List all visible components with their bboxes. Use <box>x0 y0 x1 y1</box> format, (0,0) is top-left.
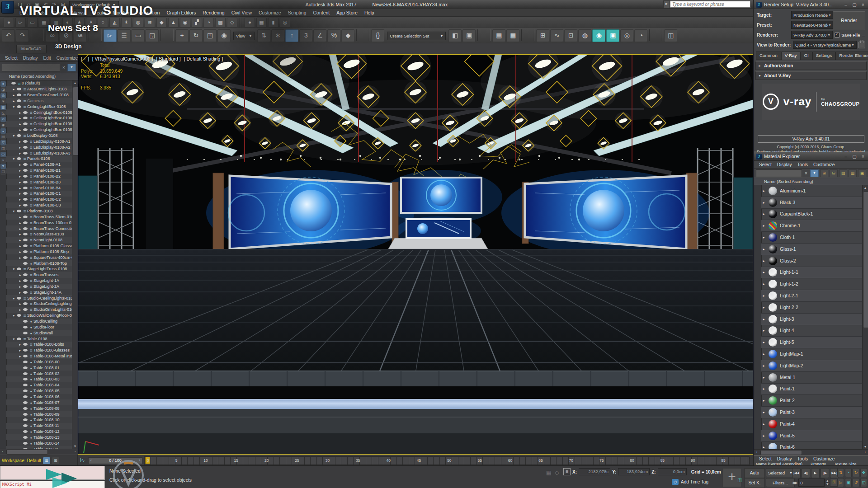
percent-snap-icon[interactable]: % <box>327 29 340 42</box>
visibility-eye-icon[interactable] <box>17 267 21 270</box>
expand-arrow-icon[interactable]: ► <box>762 236 766 239</box>
visibility-eye-icon[interactable] <box>23 395 28 398</box>
toolbar-icon[interactable]: ○ <box>98 18 108 28</box>
scrollbar-thumb[interactable] <box>863 192 868 328</box>
scene-explorer-row[interactable]: Table-0108-14 <box>6 440 72 446</box>
scene-explorer-row[interactable]: LedDisplay-0108-A3 <box>6 150 72 156</box>
show-maps-icon[interactable]: ▥ <box>849 169 857 177</box>
scene-explorer-row[interactable]: Panels-0108 <box>6 156 72 162</box>
visibility-eye-icon[interactable] <box>17 94 21 96</box>
material-column-header[interactable]: Name (Sorted Ascending) <box>754 178 868 185</box>
render-iterative-icon[interactable]: ◔ <box>634 29 647 42</box>
toolbar-icon[interactable]: ◉ <box>180 18 190 28</box>
toolbar-icon[interactable]: ▻ <box>15 18 26 28</box>
expand-arrow-icon[interactable]: ► <box>762 399 766 402</box>
scene-explorer-row[interactable]: BeamTruss-50cm-0108 <box>6 214 72 220</box>
authorization-rollout[interactable]: ►Authorization <box>755 61 867 70</box>
expand-arrow-icon[interactable] <box>18 174 22 178</box>
maximize-icon[interactable]: ▢ <box>851 2 858 7</box>
angle-snap-icon[interactable]: ∠ <box>313 29 326 42</box>
visibility-eye-icon[interactable] <box>23 204 28 206</box>
display-filter-icon[interactable]: × <box>0 158 6 163</box>
expand-arrow-icon[interactable] <box>12 104 16 109</box>
scale-icon[interactable]: ◰ <box>203 29 217 42</box>
select-by-name-icon[interactable]: ☰ <box>118 29 131 42</box>
display-filter-icon[interactable]: ▤ <box>0 134 6 140</box>
scene-explorer-row[interactable]: Table-0108-00 <box>6 359 72 365</box>
scene-explorer-row[interactable]: Table-0108-10 <box>6 417 72 423</box>
maxscript-listener-line[interactable]: MAXScript Mi <box>0 481 105 488</box>
visibility-eye-icon[interactable] <box>23 250 28 253</box>
scene-explorer-row[interactable]: BeamTrussPanel-0108 <box>6 92 72 98</box>
scene-explorer-menu-item[interactable]: Display <box>21 56 40 61</box>
expand-arrow-icon[interactable]: ► <box>762 387 766 390</box>
toolbar-icon[interactable]: ◇ <box>227 18 237 28</box>
placement-icon[interactable]: ◉ <box>217 29 231 42</box>
expand-arrow-icon[interactable] <box>18 255 22 260</box>
visibility-eye-icon[interactable] <box>23 372 28 375</box>
spinner-snap-icon[interactable]: ◆ <box>341 29 354 42</box>
scene-explorer-row[interactable]: Cameras <box>6 98 72 104</box>
expand-arrow-icon[interactable] <box>18 342 22 347</box>
view-to-render-dropdown[interactable]: Quad 4 - VRayPhysicalCamera-001▼ <box>793 41 857 49</box>
material-row[interactable]: ► Paint-1 <box>761 384 862 395</box>
visibility-eye-icon[interactable] <box>23 181 28 183</box>
visibility-eye-icon[interactable] <box>23 169 28 172</box>
display-filter-icon[interactable]: ◺ <box>0 111 6 116</box>
bottom-panel-menu-item[interactable]: Display <box>775 456 794 461</box>
filter-funnel-icon[interactable]: ▼ <box>67 64 76 71</box>
expand-arrow-icon[interactable] <box>18 290 22 295</box>
workspace-grid-icon[interactable]: ▦ <box>256 18 267 28</box>
view-flat-icon[interactable]: ⊟ <box>830 169 838 177</box>
expand-arrow-icon[interactable] <box>12 209 16 213</box>
selection-set-key-dropdown[interactable]: Selected▼ <box>766 468 795 477</box>
expand-arrow-icon[interactable] <box>18 203 22 207</box>
expand-arrow-icon[interactable] <box>18 186 22 190</box>
ab-compare-icon[interactable]: ◫ <box>664 29 677 42</box>
visibility-eye-icon[interactable] <box>23 378 28 380</box>
visibility-eye-icon[interactable] <box>23 140 28 143</box>
search-go-icon[interactable]: ► <box>663 0 670 8</box>
expand-arrow-icon[interactable] <box>18 127 22 132</box>
visibility-eye-icon[interactable] <box>23 436 28 439</box>
display-filter-icon[interactable]: ◫ <box>0 146 6 151</box>
key-filters-button[interactable]: Filters... <box>766 478 795 487</box>
scrollbar-thumb[interactable] <box>760 450 802 455</box>
expand-arrow-icon[interactable] <box>12 99 16 103</box>
expand-arrow-icon[interactable] <box>12 296 16 300</box>
scene-explorer-row[interactable]: CeilingLightBox-0108-Glass <box>6 109 72 115</box>
isolate-selection-icon[interactable]: ▦ <box>546 469 551 476</box>
scene-explorer-menu-item[interactable]: Select <box>3 56 20 61</box>
visibility-eye-icon[interactable] <box>23 442 28 445</box>
visibility-eye-icon[interactable] <box>23 361 28 363</box>
scene-explorer-search-input[interactable] <box>2 64 60 71</box>
add-time-tag[interactable]: ◷ Add Time Tag <box>672 479 708 485</box>
scene-explorer-row[interactable]: LedDisplay-0108-A2 <box>6 144 72 150</box>
material-explorer-titlebar[interactable]: 3 Material Explorer – ▢ × <box>754 152 868 161</box>
visibility-eye-icon[interactable] <box>23 302 28 305</box>
y-field[interactable]: 183,924cm <box>618 468 650 475</box>
z-field[interactable]: 0,0cm <box>658 468 687 475</box>
visibility-eye-icon[interactable] <box>23 279 28 282</box>
expand-arrow-icon[interactable] <box>18 272 22 277</box>
visibility-eye-icon[interactable] <box>23 244 28 247</box>
curve-editor-icon[interactable]: ∿ <box>550 29 563 42</box>
material-row[interactable]: ► Light-4 <box>761 325 862 337</box>
separator[interactable] <box>240 18 242 28</box>
scroll-left-icon[interactable]: ‹ <box>0 449 5 454</box>
expand-arrow-icon[interactable]: ► <box>762 341 766 344</box>
separator[interactable] <box>160 29 174 41</box>
visibility-eye-icon[interactable] <box>23 401 28 404</box>
material-row[interactable]: ► Glass-2 <box>761 255 862 267</box>
expand-arrow-icon[interactable] <box>18 244 22 248</box>
renderer-dropdown[interactable]: V-Ray Adv 3.40.01▼ <box>791 31 833 39</box>
display-filter-icon[interactable]: ▦ <box>0 105 6 110</box>
scene-explorer-row[interactable]: Studio-CeelingLights-0108 <box>6 295 72 301</box>
material-row[interactable]: ► LightMap-2 <box>761 360 862 372</box>
display-filter-icon[interactable]: ◒ <box>0 128 6 134</box>
scene-explorer-row[interactable]: Panel-0108-B3 <box>6 179 72 185</box>
expand-arrow-icon[interactable] <box>18 162 22 167</box>
material-explorer-menu-item[interactable]: Tools <box>795 162 810 167</box>
expand-arrow-icon[interactable]: ► <box>762 446 766 449</box>
app-menu-button[interactable]: 3 <box>1 1 14 14</box>
